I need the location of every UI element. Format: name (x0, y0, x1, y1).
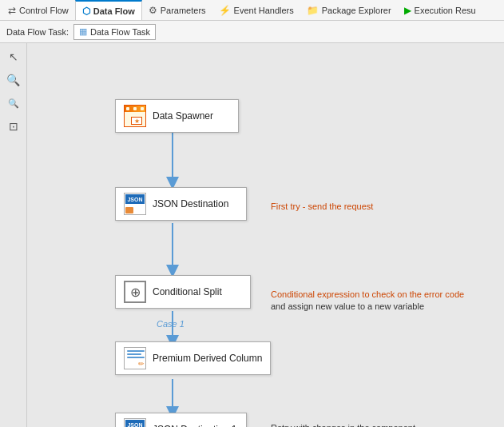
control-flow-icon: ⇄ (8, 5, 16, 16)
annotation-conditional-1: Conditional expression to check on the e… (271, 289, 464, 299)
sidebar-zoom-out[interactable]: 🔍 (3, 93, 24, 114)
json-destination-1-label: JSON Destination 1 (153, 424, 236, 427)
tab-execution-result[interactable]: ▶ Execution Resu (398, 0, 482, 20)
data-spawner-icon: ★ (124, 105, 146, 127)
data-spawner-label: Data Spawner (153, 110, 213, 122)
tab-parameters[interactable]: ⚙ Parameters (142, 0, 212, 20)
sidebar: ↖ 🔍 🔍 ⊡ (0, 43, 27, 427)
conditional-split-icon: ⊕ (124, 281, 146, 303)
data-flow-icon: ⬡ (82, 6, 90, 17)
node-json-destination[interactable]: JSON JSON Destination (115, 187, 247, 221)
task-input-value: Data Flow Task (90, 27, 150, 37)
node-json-destination-1[interactable]: JSON JSON Destination 1 (115, 413, 247, 427)
canvas: ★ Data Spawner JSON JSON Destination (27, 43, 504, 427)
task-input[interactable]: ▦ Data Flow Task (73, 24, 156, 40)
tab-data-flow[interactable]: ⬡ Data Flow (75, 0, 142, 20)
json-destination-1-icon: JSON (124, 418, 146, 427)
annotation-retry: Retry with changes in the component (271, 423, 415, 427)
annotation-first-try: First try - send the request (271, 202, 373, 211)
tab-bar: ⇄ Control Flow ⬡ Data Flow ⚙ Parameters … (0, 0, 504, 21)
json-destination-label: JSON Destination (153, 198, 228, 210)
sidebar-fit[interactable]: ⊡ (3, 116, 24, 137)
case-label: Case 1 (157, 319, 185, 329)
task-input-icon: ▦ (79, 26, 87, 37)
sidebar-pointer[interactable]: ↖ (3, 46, 24, 67)
sidebar-zoom-in[interactable]: 🔍 (3, 70, 24, 90)
tab-package-explorer[interactable]: 📁 Package Explorer (300, 0, 398, 20)
explorer-icon: 📁 (307, 5, 319, 16)
task-label: Data Flow Task: (6, 27, 69, 37)
events-icon: ⚡ (219, 5, 231, 16)
toolbar: Data Flow Task: ▦ Data Flow Task (0, 21, 504, 43)
conditional-split-label: Conditional Split (153, 286, 222, 297)
main-container: ↖ 🔍 🔍 ⊡ (0, 43, 504, 427)
premium-derived-label: Premium Derived Column (153, 353, 262, 364)
annotation-conditional-2: and assign new value to a new variable (271, 301, 424, 311)
json-destination-icon: JSON (124, 193, 146, 215)
tab-event-handlers[interactable]: ⚡ Event Handlers (212, 0, 300, 20)
node-data-spawner[interactable]: ★ Data Spawner (115, 99, 239, 133)
premium-derived-icon: ✏ (124, 347, 146, 369)
node-conditional-split[interactable]: ⊕ Conditional Split (115, 275, 251, 309)
exec-icon: ▶ (404, 5, 411, 16)
tab-control-flow[interactable]: ⇄ Control Flow (2, 0, 75, 20)
params-icon: ⚙ (149, 5, 157, 16)
node-premium-derived[interactable]: ✏ Premium Derived Column (115, 341, 271, 375)
